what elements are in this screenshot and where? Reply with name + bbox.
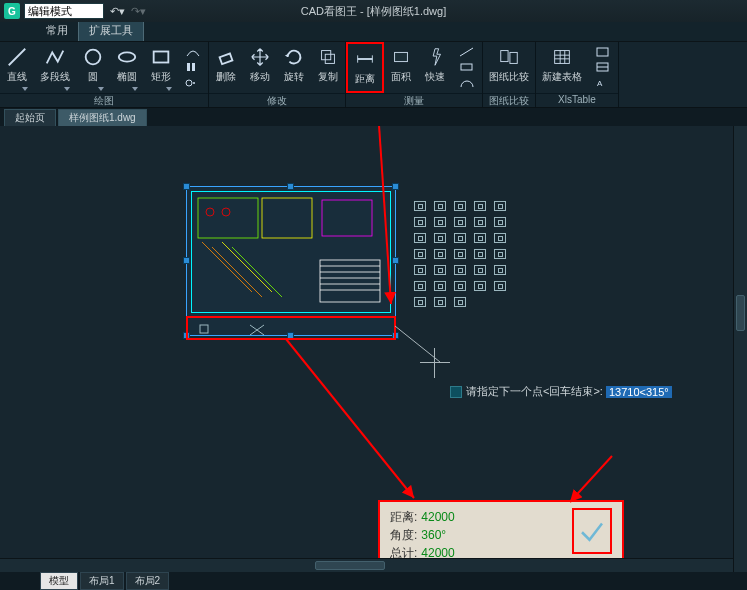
ellipse-button[interactable]: 椭圆: [110, 42, 144, 93]
erase-button[interactable]: 删除: [209, 42, 243, 93]
copy-button[interactable]: 复制: [311, 42, 345, 93]
svg-rect-17: [501, 51, 508, 62]
grip-tm[interactable]: [287, 183, 294, 190]
vertical-scrollbar[interactable]: [733, 126, 747, 572]
new-table-label: 新建表格: [542, 70, 582, 84]
prompt-icon: [450, 386, 462, 398]
distance-label: 距离: [355, 72, 375, 86]
line-button[interactable]: 直线: [0, 42, 34, 93]
grip-mr[interactable]: [392, 257, 399, 264]
rect-icon: [150, 46, 172, 68]
table-icon: [551, 46, 573, 68]
compare-button[interactable]: 图纸比较: [483, 42, 535, 93]
distance-value: 42000: [421, 510, 454, 524]
drawing-canvas[interactable]: 请指定下一个点<回车结束>: 13710<315° 距离:42000 角度:36…: [0, 126, 747, 572]
svg-line-31: [212, 247, 262, 297]
svg-rect-8: [220, 54, 233, 65]
svg-rect-19: [555, 51, 570, 64]
layout-tab-model[interactable]: 模型: [40, 572, 78, 590]
circle-label: 圆: [88, 70, 98, 84]
ribbon-group-compare: 图纸比较 图纸比较: [483, 42, 536, 107]
command-prompt: 请指定下一个点<回车结束>: 13710<315°: [450, 384, 672, 399]
horizontal-scrollbar[interactable]: [0, 558, 733, 572]
prompt-text: 请指定下一个点<回车结束>:: [466, 384, 603, 399]
svg-rect-24: [597, 48, 608, 56]
new-table-button[interactable]: 新建表格: [536, 42, 588, 93]
ribbon-group-xlstable: 新建表格 A XlsTable: [536, 42, 619, 107]
group-label-compare: 图纸比较: [483, 93, 535, 107]
svg-rect-28: [198, 198, 258, 238]
move-button[interactable]: 移动: [243, 42, 277, 93]
group-label-xlstable: XlsTable: [536, 93, 618, 107]
ribbon: 直线 多段线 圆 椭圆 矩形 绘图: [0, 42, 747, 108]
svg-point-2: [119, 52, 136, 61]
rotate-button[interactable]: 旋转: [277, 42, 311, 93]
grip-tl[interactable]: [183, 183, 190, 190]
xls-mini-3-icon[interactable]: A: [594, 76, 612, 90]
xls-mini-1-icon[interactable]: [594, 45, 612, 59]
measure-result-panel: 距离:42000 角度:360° 总计:42000: [378, 500, 624, 562]
measure-mini-2-icon[interactable]: [458, 60, 476, 74]
polyline-label: 多段线: [40, 70, 70, 84]
confirm-button[interactable]: [572, 508, 612, 554]
draw-mini-2-icon[interactable]: [184, 60, 202, 74]
quick-label: 快速: [425, 70, 445, 84]
v-scroll-thumb[interactable]: [736, 295, 745, 331]
undo-icon: ↶: [110, 5, 119, 18]
quick-icon: [424, 46, 446, 68]
drawing-content-icon: [192, 192, 390, 312]
distance-button[interactable]: 距离: [346, 42, 384, 93]
prompt-value[interactable]: 13710<315°: [606, 386, 672, 398]
highlight-measure-line: [186, 316, 396, 340]
ribbon-group-modify: 删除 移动 旋转 复制 修改: [209, 42, 346, 107]
svg-line-0: [9, 49, 26, 66]
svg-rect-4: [187, 63, 190, 71]
doc-tab-sample[interactable]: 样例图纸1.dwg: [58, 109, 147, 126]
draw-mini-1-icon[interactable]: [184, 45, 202, 59]
line-label: 直线: [7, 70, 27, 84]
h-scroll-thumb[interactable]: [315, 561, 385, 570]
layout-tab-2[interactable]: 布局2: [126, 572, 170, 590]
svg-line-30: [202, 242, 252, 292]
svg-point-1: [86, 50, 101, 65]
draw-mini-3-icon[interactable]: [184, 76, 202, 90]
check-icon: [577, 516, 607, 546]
measure-mini-1-icon[interactable]: [458, 45, 476, 59]
svg-rect-16: [461, 64, 472, 70]
title-bar: G ↶▾ ↷▾ CAD看图王 - [样例图纸1.dwg]: [0, 0, 747, 22]
grip-tr[interactable]: [392, 183, 399, 190]
angle-value: 360°: [421, 528, 446, 542]
rotate-icon: [283, 46, 305, 68]
svg-rect-5: [192, 63, 195, 71]
svg-point-41: [206, 208, 214, 216]
svg-line-49: [570, 456, 612, 502]
move-label: 移动: [250, 70, 270, 84]
menu-tab-common[interactable]: 常用: [36, 20, 78, 41]
polyline-button[interactable]: 多段线: [34, 42, 76, 93]
rect-button[interactable]: 矩形: [144, 42, 178, 93]
doc-tab-start[interactable]: 起始页: [4, 109, 56, 126]
polyline-icon: [44, 46, 66, 68]
svg-rect-3: [154, 52, 169, 63]
compare-label: 图纸比较: [489, 70, 529, 84]
svg-rect-9: [322, 51, 331, 60]
grip-ml[interactable]: [183, 257, 190, 264]
svg-point-7: [193, 82, 195, 84]
mode-combobox[interactable]: [24, 3, 104, 19]
redo-button[interactable]: ↷▾: [131, 5, 146, 18]
distance-key: 距离:: [390, 510, 417, 524]
measure-mini-3-icon[interactable]: [458, 76, 476, 90]
xls-mini-2-icon[interactable]: [594, 60, 612, 74]
menu-tab-extended[interactable]: 扩展工具: [78, 19, 144, 41]
quick-button[interactable]: 快速: [418, 42, 452, 93]
copy-icon: [317, 46, 339, 68]
layout-tab-1[interactable]: 布局1: [80, 572, 124, 590]
undo-button[interactable]: ↶▾: [110, 5, 125, 18]
svg-line-15: [460, 48, 473, 56]
svg-line-32: [222, 242, 272, 292]
svg-rect-18: [510, 52, 517, 63]
circle-button[interactable]: 圆: [76, 42, 110, 93]
distance-icon: [354, 48, 376, 70]
erase-icon: [215, 46, 237, 68]
area-button[interactable]: 面积: [384, 42, 418, 93]
